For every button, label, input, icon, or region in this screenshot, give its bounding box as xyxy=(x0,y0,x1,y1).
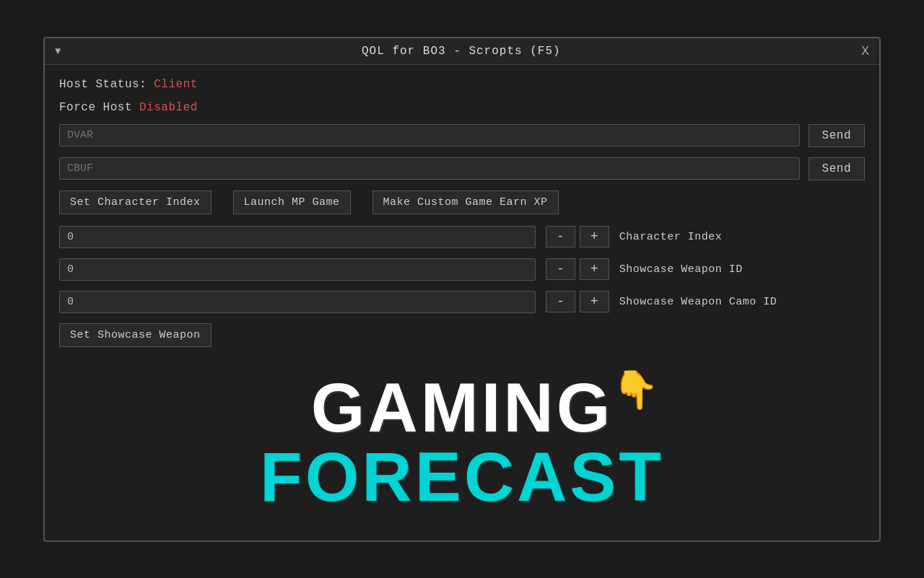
showcase-weapon-camo-input[interactable] xyxy=(59,291,536,313)
watermark-forecast: FORECAST xyxy=(260,442,664,512)
showcase-weapon-id-label: Showcase Weapon ID xyxy=(619,263,743,276)
cbuf-row: Send xyxy=(59,157,865,180)
watermark-gaming: GAMING xyxy=(260,373,664,442)
content-area: Host Status: Client Force Host Disabled … xyxy=(45,65,879,540)
title-bar-left: ▼ xyxy=(55,45,61,57)
force-host-value: Disabled xyxy=(139,101,198,114)
set-showcase-weapon-button[interactable]: Set Showcase Weapon xyxy=(59,323,212,347)
host-status-row: Host Status: Client xyxy=(59,78,865,91)
character-index-input[interactable] xyxy=(59,226,536,248)
host-status-label: Host Status: xyxy=(59,78,147,91)
window-title: QOL for BO3 - Scropts (F5) xyxy=(61,45,861,58)
title-bar: ▼ QOL for BO3 - Scropts (F5) X xyxy=(45,38,879,65)
custom-game-button[interactable]: Make Custom Game Earn XP xyxy=(372,191,559,214)
close-button[interactable]: X xyxy=(861,44,869,58)
character-index-minus[interactable]: - xyxy=(546,226,575,248)
character-index-label: Character Index xyxy=(619,231,723,243)
set-showcase-row: Set Showcase Weapon xyxy=(59,323,865,347)
hand-cursor-icon: 👇 xyxy=(612,372,659,414)
set-character-button[interactable]: Set Character Index xyxy=(59,191,212,214)
force-host-row: Force Host Disabled xyxy=(59,101,865,114)
cbuf-input[interactable] xyxy=(59,157,800,180)
watermark: GAMING FORECAST xyxy=(260,373,664,512)
action-buttons-row: Set Character Index Launch MP Game Make … xyxy=(59,191,865,214)
cursor-overlay: 👇 xyxy=(612,375,655,425)
dvar-row: Send xyxy=(59,124,865,147)
showcase-weapon-camo-stepper-row: - + Showcase Weapon Camo ID xyxy=(59,291,865,313)
window-icon: ▼ xyxy=(55,45,61,57)
character-index-plus[interactable]: + xyxy=(580,226,609,248)
launch-mp-button[interactable]: Launch MP Game xyxy=(233,191,351,214)
character-index-stepper-row: - + Character Index xyxy=(59,226,865,248)
host-status-value: Client xyxy=(154,78,198,91)
showcase-weapon-camo-minus[interactable]: - xyxy=(546,291,575,312)
showcase-weapon-id-minus[interactable]: - xyxy=(546,258,575,280)
dvar-input[interactable] xyxy=(59,124,800,146)
cbuf-send-button[interactable]: Send xyxy=(808,157,865,180)
showcase-weapon-id-input[interactable] xyxy=(59,258,536,281)
dvar-send-button[interactable]: Send xyxy=(808,124,865,147)
showcase-weapon-id-plus[interactable]: + xyxy=(580,258,609,280)
showcase-weapon-camo-plus[interactable]: + xyxy=(580,291,609,312)
showcase-weapon-camo-label: Showcase Weapon Camo ID xyxy=(619,296,777,308)
force-host-label: Force Host xyxy=(59,101,132,114)
main-window: ▼ QOL for BO3 - Scropts (F5) X Host Stat… xyxy=(43,37,881,542)
showcase-weapon-id-stepper-row: - + Showcase Weapon ID xyxy=(59,258,865,281)
